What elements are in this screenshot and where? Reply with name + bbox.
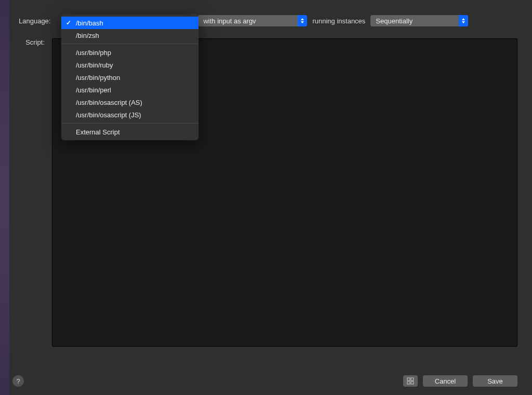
- dropdown-item-label: External Script: [76, 128, 120, 136]
- language-label: Language:: [19, 17, 50, 25]
- running-instances-label: running instances: [312, 17, 365, 25]
- input-mode-select[interactable]: with input as argv: [198, 15, 307, 26]
- dropdown-item-zsh[interactable]: /bin/zsh: [61, 29, 198, 42]
- svg-rect-0: [407, 378, 410, 380]
- dropdown-item-osascript-js[interactable]: /usr/bin/osascript (JS): [61, 108, 198, 121]
- script-label: Script:: [19, 38, 45, 347]
- cancel-button[interactable]: Cancel: [423, 375, 468, 387]
- dropdown-item-label: /usr/bin/osascript (JS): [76, 111, 141, 119]
- dropdown-item-label: /usr/bin/osascript (AS): [76, 99, 142, 106]
- dropdown-item-php[interactable]: /usr/bin/php: [61, 46, 198, 59]
- stepper-icon: [459, 15, 468, 26]
- svg-rect-2: [407, 382, 410, 384]
- save-button[interactable]: Save: [473, 375, 517, 387]
- dropdown-item-ruby[interactable]: /usr/bin/ruby: [61, 59, 198, 71]
- help-button[interactable]: ?: [12, 375, 24, 387]
- workflow-grid-button[interactable]: [403, 375, 418, 387]
- dropdown-item-external-script[interactable]: External Script: [61, 126, 198, 138]
- dropdown-item-python[interactable]: /usr/bin/python: [61, 71, 198, 84]
- language-dropdown: /bin/bash /bin/zsh /usr/bin/php /usr/bin…: [61, 15, 198, 140]
- dropdown-item-label: /usr/bin/python: [76, 74, 120, 81]
- dropdown-separator: [61, 123, 198, 124]
- grid-icon: [407, 377, 414, 385]
- svg-rect-1: [411, 378, 414, 380]
- svg-rect-3: [411, 382, 414, 384]
- dropdown-item-label: /usr/bin/php: [76, 49, 111, 57]
- dropdown-item-label: /bin/zsh: [76, 32, 99, 39]
- dropdown-item-bash[interactable]: /bin/bash: [61, 17, 198, 29]
- window-left-edge: [0, 0, 9, 395]
- bottom-right-buttons: Cancel Save: [403, 375, 517, 387]
- dropdown-separator: [61, 44, 198, 44]
- bottom-bar: ? Cancel Save: [12, 375, 517, 387]
- stepper-icon: [298, 15, 307, 26]
- dropdown-item-label: /bin/bash: [76, 19, 103, 27]
- dropdown-item-osascript-as[interactable]: /usr/bin/osascript (AS): [61, 96, 198, 108]
- dropdown-item-label: /usr/bin/ruby: [76, 61, 113, 69]
- dropdown-item-perl[interactable]: /usr/bin/perl: [61, 84, 198, 96]
- dropdown-item-label: /usr/bin/perl: [76, 86, 111, 94]
- running-instances-select[interactable]: Sequentially: [370, 15, 468, 26]
